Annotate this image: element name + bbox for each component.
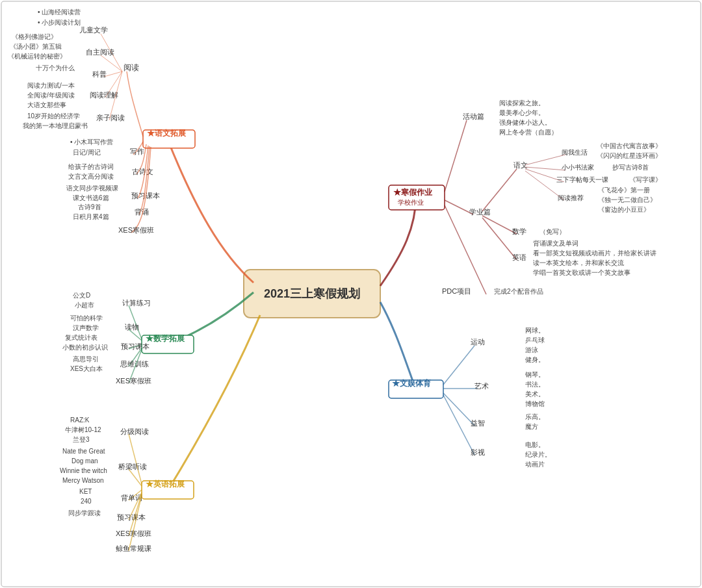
gongwenD: 公文D: [73, 292, 90, 299]
peiyin-zuopin: 完成2个配音作品: [494, 288, 543, 295]
du-yingwen-huiben: 读一本英文绘本，并和家长交流: [533, 259, 624, 266]
xueye-yuwen-line: [482, 169, 517, 211]
mindmap-svg: 2021三上寒假规划 ★语文拓展 阅读 儿童文学 • 山海经阅读营 • 小步阅读…: [0, 0, 702, 588]
pingpangqiu: 乒乓球: [525, 337, 545, 344]
xiezuo: 写作: [130, 147, 144, 155]
ertongwenxue: 儿童文学: [79, 26, 108, 34]
gushi-jiu: 古诗9首: [78, 203, 101, 211]
yingyu-jingyu-line: [129, 495, 142, 551]
jilupian: 纪录片。: [525, 451, 551, 458]
chaoxie-gushi: 抄写古诗8首: [612, 164, 649, 171]
xuechang-yingwen-ge: 学唱一首英文歌或讲一个英文故事: [533, 269, 630, 276]
quanyuedu: 全阅读/年级阅读: [27, 92, 75, 99]
kan-yingwen-shipin: 看一部英文短视频或动画片，并给家长讲讲: [533, 249, 656, 257]
yuewo-shengHuo: 阅我生活: [562, 149, 588, 156]
yundong: 运动: [471, 338, 485, 346]
dianying: 电影。: [525, 441, 545, 448]
zhongguo-yuyan: 《中国古代寓言故事》: [597, 142, 662, 149]
wenyu-yundong-line: [443, 346, 474, 385]
yuedu-tansuo: 阅读探索之旅。: [499, 99, 545, 107]
jianshen-da: 强身健体小达人。: [499, 119, 551, 126]
yuwen-label: ★语文拓展: [147, 129, 187, 138]
wangshang-dong: 网上冬令营（自愿）: [499, 129, 558, 136]
youyong: 游泳: [525, 346, 538, 353]
shanhaiying: • 山海经阅读营: [38, 8, 81, 16]
bowuguan: 博物馆: [525, 400, 545, 407]
xueye-pian: 学业篇: [469, 208, 491, 216]
shufa-art: 书法。: [525, 381, 545, 388]
legao: 乐高。: [525, 413, 545, 420]
zuimei-xiao: 最美孝心少年。: [499, 109, 545, 116]
yingyu-label: ★英语拓展: [146, 479, 185, 489]
meishu: 美术。: [525, 390, 545, 398]
tongbu-gendu: 同步学跟读: [68, 509, 101, 517]
xieziKe: 《写字课》: [629, 176, 662, 183]
branch-wenyu-line: [380, 302, 416, 390]
kepu: 科普: [92, 70, 107, 78]
beisong-kewenshengci: 背诵课文及单词: [533, 240, 578, 247]
chuangbian-doudou: 《窗边的小豆豆》: [598, 206, 650, 213]
sanxia-zitie: 三下字帖每天一课: [556, 176, 608, 183]
feihua-ling: 《飞花令》第一册: [598, 186, 650, 194]
rijiyuelei: 日积月累4篇: [73, 213, 109, 220]
zizhu-yuedu: 自主阅读: [86, 48, 114, 56]
jingji: 10岁开始的经济学: [27, 112, 80, 120]
xiaoxiao-shufa: 小小书法家: [562, 164, 594, 171]
yuewoshengHuo-line: [525, 155, 566, 165]
qiaoliang-tingdu: 桥梁听读: [118, 463, 147, 470]
xueye-shuxue: 数学: [512, 227, 526, 235]
hanjia-sublabel: 学校作业: [398, 199, 424, 206]
xiaomuer: • 小木耳写作营: [70, 138, 113, 146]
mofang: 魔方: [525, 423, 538, 430]
fenji-yuedu: 分级阅读: [120, 428, 149, 435]
xiaoshu: 小数的初步认识: [62, 344, 108, 351]
dayuwen: 大语文那些事: [27, 101, 66, 109]
wenyan: 文言文高分阅读: [68, 173, 114, 180]
hanjia-label: ★寒假作业: [393, 188, 433, 197]
shuxue-xes: XES寒假班: [116, 377, 151, 385]
winnie: Winnie the witch: [60, 467, 107, 474]
tongbu-shipin: 语文同步学视频课: [66, 185, 118, 192]
fushtongji: 复式统计表: [65, 334, 98, 341]
kewen-liu: 课文书选6篇: [73, 194, 109, 201]
yueduliceshi: 阅读力测试/一本: [27, 82, 75, 89]
xesDaBai: XES大白本: [70, 365, 103, 372]
gangqin: 钢琴。: [525, 371, 545, 378]
hansheng: 汉声数学: [73, 324, 99, 331]
donghuapian: 动画片: [525, 461, 545, 468]
shufa-line: [525, 167, 566, 170]
yingyu-yuxi: 预习课本: [117, 513, 146, 521]
shuxue-label: ★数学拓展: [146, 334, 185, 343]
yishu: 艺术: [474, 382, 489, 390]
shuxue-yuxi: 预习课本: [121, 342, 150, 350]
wenyu-yizhi-line: [443, 393, 474, 426]
pdc-xiangmu: PDC项目: [442, 287, 471, 295]
center-title: 2021三上寒假规划: [264, 287, 360, 300]
shuxue-jisuan-line: [129, 305, 142, 339]
er-sishier: 240: [81, 498, 92, 505]
hanjia-huodong-line: [445, 120, 467, 192]
yuedu-tuijian: 阅读推荐: [558, 194, 584, 201]
yuwen-xes: XES寒假班: [118, 226, 154, 234]
jisuan-lianxi: 计算练习: [122, 299, 151, 307]
yizhi: 益智: [471, 419, 485, 427]
wenyu-label: ★文娱体育: [392, 379, 432, 388]
niujinshu: 牛津树10-12: [65, 426, 101, 433]
duwu: 读物: [125, 323, 139, 331]
landeng: 兰登3: [73, 436, 90, 443]
shanshan-hongxing: 《闪闪的红星连环画》: [597, 152, 662, 159]
qinzi-yuedu: 亲子阅读: [96, 114, 125, 121]
kepaiKexue: 可怕的科学: [70, 314, 103, 322]
pdc-line: [445, 205, 486, 294]
geliefo: 《格列佛游记》: [12, 33, 57, 40]
razK: RAZ:K: [70, 416, 90, 424]
tangxiaotuan: 《汤小团》第五辑: [10, 43, 62, 50]
jingyu: 鲸鱼常规课: [116, 544, 151, 552]
jixie: 《机械运转的秘密》: [8, 53, 66, 60]
wenyu-yingshi-line: [443, 395, 474, 455]
dogman: Dog man: [72, 457, 98, 465]
gushiwen: 古诗文: [132, 168, 153, 175]
yuwen-yuedu-line: [127, 71, 143, 136]
xiaobuyuedu: • 小步阅读计划: [38, 19, 81, 26]
jianshen: 健身。: [525, 356, 545, 363]
